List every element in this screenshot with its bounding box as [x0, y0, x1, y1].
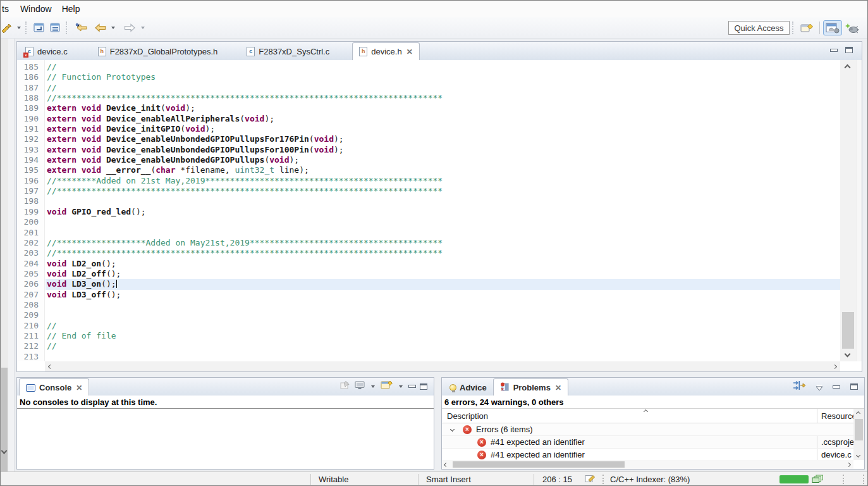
- code-line[interactable]: [46, 228, 840, 238]
- line-number[interactable]: 195: [17, 165, 44, 175]
- line-number[interactable]: 212: [17, 341, 44, 351]
- background-jobs-icon[interactable]: [812, 475, 824, 485]
- line-number[interactable]: 197: [17, 186, 44, 196]
- line-number[interactable]: 205: [17, 269, 44, 279]
- error-group-row[interactable]: × Errors (6 items): [442, 423, 853, 436]
- forward-icon[interactable]: [121, 20, 139, 35]
- scrollbar-thumb[interactable]: [453, 461, 625, 468]
- line-number[interactable]: 211: [17, 331, 44, 341]
- line-number[interactable]: 188: [17, 93, 44, 103]
- line-number[interactable]: 196: [17, 176, 44, 186]
- code-editor[interactable]: 1851861871881891901911921931941951961971…: [17, 60, 862, 361]
- line-number[interactable]: 206: [17, 279, 44, 289]
- filter-icon[interactable]: [793, 380, 806, 393]
- close-icon[interactable]: ✕: [76, 384, 82, 392]
- tab-advice[interactable]: Advice: [443, 378, 493, 396]
- minimize-icon[interactable]: [833, 385, 840, 389]
- column-header-resource[interactable]: Resource: [817, 409, 853, 423]
- code-line[interactable]: void LD3_on();: [46, 279, 840, 289]
- build-console-icon[interactable]: [31, 20, 47, 35]
- line-number[interactable]: 199: [17, 207, 44, 217]
- column-header-description[interactable]: Description: [442, 411, 488, 421]
- line-number[interactable]: 191: [17, 124, 44, 134]
- line-number[interactable]: 202: [17, 238, 44, 248]
- code-line[interactable]: //: [46, 341, 840, 351]
- code-line[interactable]: //********Added on 21st May,2019********…: [46, 176, 840, 186]
- scroll-left-icon[interactable]: [48, 364, 52, 368]
- code-line[interactable]: extern void Device_enableAllPeripherals(…: [46, 114, 840, 124]
- scrollbar-thumb[interactable]: [855, 419, 863, 440]
- code-line[interactable]: extern void __error__(char *filename, ui…: [46, 165, 840, 175]
- line-number[interactable]: 192: [17, 134, 44, 144]
- code-line[interactable]: extern void Device_initGPIO(void);: [46, 124, 840, 134]
- line-number[interactable]: 200: [17, 217, 44, 227]
- maximize-icon[interactable]: [420, 383, 427, 390]
- line-number[interactable]: 208: [17, 300, 44, 310]
- open-perspective-icon[interactable]: [798, 20, 816, 35]
- problems-vertical-scrollbar[interactable]: [853, 409, 864, 460]
- editor-horizontal-scrollbar[interactable]: [45, 361, 840, 371]
- code-line[interactable]: [46, 352, 840, 361]
- scroll-right-icon[interactable]: [847, 462, 851, 466]
- quick-access-button[interactable]: Quick Access: [728, 21, 790, 35]
- scrollbar-thumb[interactable]: [842, 312, 854, 349]
- panel-sash[interactable]: [434, 377, 441, 470]
- code-line[interactable]: [46, 217, 840, 227]
- code-line[interactable]: extern void Device_enableUnbondedGPIOPul…: [46, 134, 840, 144]
- code-line[interactable]: //**************************************…: [46, 186, 840, 196]
- minimize-icon[interactable]: [830, 49, 838, 52]
- view-menu-icon[interactable]: [816, 385, 822, 389]
- display-selected-console-icon[interactable]: [355, 381, 365, 392]
- code-line[interactable]: //**************************************…: [46, 248, 840, 258]
- expand-chevron-icon[interactable]: [450, 427, 455, 432]
- tab-problems[interactable]: x Problems ✕: [493, 378, 568, 396]
- tab-f2837xd-globalprototypes-h[interactable]: h F2837xD_GlobalPrototypes.h: [92, 42, 224, 60]
- back-dropdown-icon[interactable]: [111, 27, 115, 29]
- last-edit-location-icon[interactable]: [71, 20, 91, 35]
- code-line[interactable]: extern void Device_enableUnbondedGPIOPul…: [46, 145, 840, 155]
- line-number[interactable]: 187: [17, 83, 44, 93]
- line-number[interactable]: 189: [17, 103, 44, 113]
- code-line[interactable]: void LD2_on();: [46, 259, 840, 269]
- scroll-right-icon[interactable]: [833, 364, 837, 368]
- tab-f2837xd-sysctrl-c[interactable]: c F2837xD_SysCtrl.c: [240, 42, 336, 60]
- code-line[interactable]: // End of file: [46, 331, 840, 341]
- tab-device-c[interactable]: cx device.c: [19, 42, 74, 60]
- scroll-up-icon[interactable]: [845, 65, 851, 71]
- line-number[interactable]: 193: [17, 145, 44, 155]
- code-line[interactable]: //: [46, 62, 840, 72]
- line-number[interactable]: 207: [17, 290, 44, 300]
- line-number[interactable]: 213: [17, 352, 44, 361]
- registers-view-icon[interactable]: [47, 20, 63, 35]
- line-number[interactable]: 186: [17, 72, 44, 82]
- scroll-down-icon[interactable]: [845, 351, 851, 358]
- menu-item-window[interactable]: Window: [16, 2, 56, 16]
- tab-console[interactable]: Console ✕: [19, 378, 89, 396]
- problem-row[interactable]: × #41 expected an identifier .ccsproject: [442, 436, 853, 449]
- open-console-dropdown-icon[interactable]: [399, 385, 403, 388]
- line-number[interactable]: 203: [17, 248, 44, 258]
- problems-horizontal-scrollbar[interactable]: [442, 460, 853, 469]
- code-line[interactable]: [46, 310, 840, 320]
- line-number[interactable]: 185: [17, 62, 44, 72]
- code-line[interactable]: void GPIO_red_led();: [46, 207, 840, 217]
- left-scrollbar-thumb[interactable]: [1, 368, 8, 482]
- line-number[interactable]: 210: [17, 321, 44, 331]
- code-line[interactable]: [46, 300, 840, 310]
- scroll-up-icon[interactable]: [856, 411, 860, 416]
- code-lines[interactable]: //// Function Prototypes////************…: [46, 60, 840, 361]
- code-line[interactable]: //**************************************…: [46, 93, 840, 103]
- code-line[interactable]: extern void Device_enableUnbondedGPIOPul…: [46, 155, 840, 165]
- maximize-icon[interactable]: [850, 383, 858, 390]
- code-line[interactable]: //******************Added on May21st,201…: [46, 238, 840, 248]
- line-number[interactable]: 198: [17, 196, 44, 206]
- code-line[interactable]: //: [46, 321, 840, 331]
- forward-dropdown-icon[interactable]: [141, 27, 145, 29]
- ccs-edit-perspective-button[interactable]: [823, 20, 842, 35]
- line-number[interactable]: 190: [17, 114, 44, 124]
- menu-item-help[interactable]: Help: [58, 2, 84, 16]
- code-line[interactable]: // Function Prototypes: [46, 72, 840, 82]
- editor-vertical-scrollbar[interactable]: [840, 60, 856, 361]
- line-number[interactable]: 201: [17, 228, 44, 238]
- pin-console-icon[interactable]: [340, 380, 351, 392]
